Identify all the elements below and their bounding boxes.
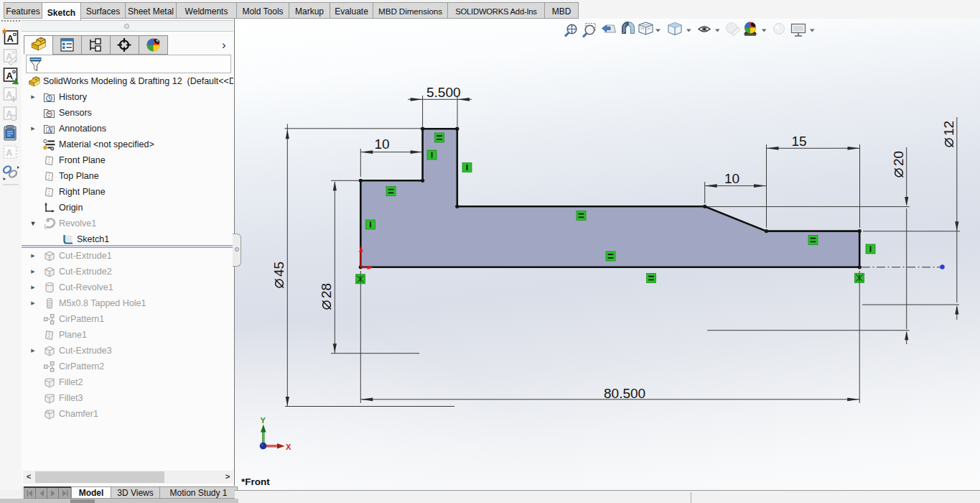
svg-text:10: 10: [375, 137, 390, 152]
svg-text:A: A: [6, 90, 13, 100]
svg-text:A: A: [6, 148, 13, 158]
svg-text:5.500: 5.500: [426, 85, 461, 100]
svg-text:A: A: [7, 33, 14, 44]
svg-text:45: 45: [271, 262, 286, 277]
svg-text:Y: Y: [261, 416, 266, 425]
svg-text:10: 10: [724, 171, 739, 186]
svg-text:20: 20: [891, 151, 906, 166]
svg-text:12: 12: [941, 121, 956, 136]
svg-text:15: 15: [792, 134, 807, 149]
svg-text:*Front: *Front: [241, 476, 270, 487]
svg-text:28: 28: [319, 283, 334, 298]
svg-text:X: X: [286, 443, 291, 451]
svg-text:80.500: 80.500: [604, 386, 645, 401]
